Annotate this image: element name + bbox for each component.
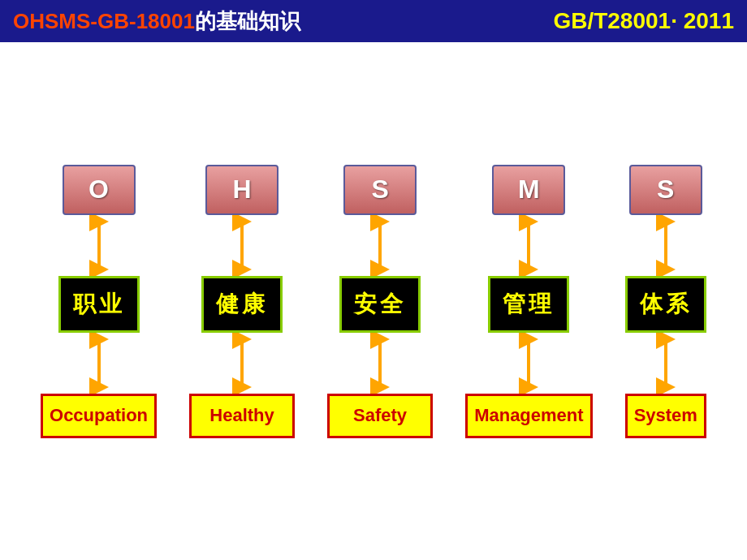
standard-number: GB/T28001· 2011 bbox=[553, 8, 734, 34]
english-box-0: Occupation bbox=[41, 394, 157, 438]
header: OHSMS-GB-18001的基础知识 GB/T28001· 2011 bbox=[0, 0, 747, 42]
english-box-3: Management bbox=[465, 394, 592, 438]
arrow-top-1 bbox=[230, 215, 254, 276]
english-box-1: Healthy bbox=[189, 394, 295, 438]
arrow-bottom-1 bbox=[230, 333, 254, 394]
column-3: M 管理 Management bbox=[465, 165, 592, 438]
letter-box-s-4: S bbox=[629, 165, 702, 215]
chinese-box-4: 体系 bbox=[625, 276, 706, 333]
arrow-top-2 bbox=[368, 215, 392, 276]
chinese-subtitle: 的基础知识 bbox=[195, 9, 300, 33]
column-0: O 职业 Occupation bbox=[41, 165, 157, 438]
chinese-box-1: 健康 bbox=[201, 276, 283, 333]
main-content: O 职业 OccupationH bbox=[0, 42, 747, 560]
letter-box-m-3: M bbox=[492, 165, 565, 215]
column-4: S 体系 System bbox=[625, 165, 706, 438]
arrow-top-0 bbox=[87, 215, 111, 276]
english-box-4: System bbox=[625, 394, 706, 438]
header-title: OHSMS-GB-18001的基础知识 bbox=[13, 7, 300, 36]
arrow-top-3 bbox=[516, 215, 541, 276]
letter-box-o-0: O bbox=[63, 165, 136, 215]
chinese-box-0: 职业 bbox=[58, 276, 140, 333]
chinese-box-2: 安全 bbox=[339, 276, 421, 333]
diagram: O 职业 OccupationH bbox=[24, 58, 723, 544]
arrow-bottom-2 bbox=[368, 333, 392, 394]
column-2: S 安全 Safety bbox=[327, 165, 433, 438]
letter-box-h-1: H bbox=[205, 165, 279, 215]
chinese-box-3: 管理 bbox=[488, 276, 569, 333]
letter-box-s-2: S bbox=[343, 165, 417, 215]
english-box-2: Safety bbox=[327, 394, 433, 438]
column-1: H 健康 Healthy bbox=[189, 165, 295, 438]
arrow-top-4 bbox=[654, 215, 678, 276]
arrow-bottom-4 bbox=[654, 333, 678, 394]
arrow-bottom-0 bbox=[87, 333, 111, 394]
ohsms-text: OHSMS-GB-18001 bbox=[13, 9, 195, 33]
arrow-bottom-3 bbox=[516, 333, 541, 394]
